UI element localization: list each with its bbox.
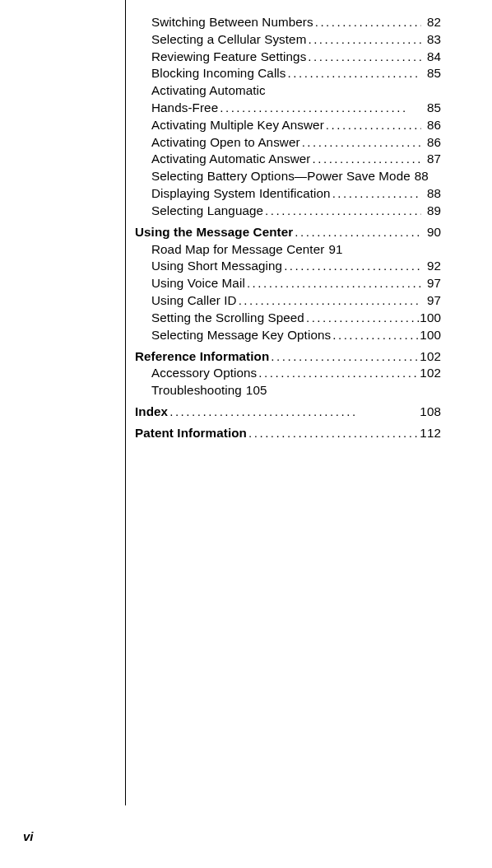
toc-leader: .................................. xyxy=(331,186,421,200)
toc-label: Blocking Incoming Calls xyxy=(151,66,286,80)
toc-page: 112 xyxy=(420,426,441,440)
toc-label: Reference Information xyxy=(135,349,269,363)
toc-page: 84 xyxy=(421,49,441,63)
toc-page: 102 xyxy=(420,366,441,380)
toc-leader: .................................. xyxy=(293,225,421,239)
toc-label: Index xyxy=(135,404,168,418)
toc-page: 105 xyxy=(246,383,267,397)
toc-leader: .................................. xyxy=(310,152,421,166)
toc-label: Selecting a Cellular System xyxy=(151,32,306,46)
toc-page: 97 xyxy=(421,276,441,290)
toc-leader: .................................. xyxy=(245,276,421,290)
toc-label: Hands-Free xyxy=(151,100,218,114)
toc-label: Using Short Messaging xyxy=(151,259,282,273)
toc-label: Selecting Battery Options—Power Save Mod… xyxy=(151,169,411,183)
toc-page: 87 xyxy=(421,152,441,166)
toc-subitem: Displaying System Identification .......… xyxy=(135,186,441,200)
toc-label: Using the Message Center xyxy=(135,225,293,239)
toc-subitem: Using Short Messaging ..................… xyxy=(135,259,441,273)
toc-label: Activating Automatic xyxy=(151,83,266,97)
toc-label: Selecting Language xyxy=(151,203,263,217)
toc-label: Using Caller ID xyxy=(151,293,237,307)
toc-subitem: Road Map for Message Center 91 xyxy=(135,242,441,256)
toc-page: 85 xyxy=(421,100,441,114)
toc-subitem: Accessory Options ......................… xyxy=(135,366,441,380)
toc-leader: .................................. xyxy=(304,310,420,324)
toc-page: 86 xyxy=(421,135,441,149)
toc-leader: .................................. xyxy=(331,328,420,342)
toc-section-heading: Using the Message Center ...............… xyxy=(135,225,441,239)
toc-label: Reviewing Feature Settings xyxy=(151,49,306,63)
toc-leader: .................................. xyxy=(313,15,421,29)
toc-page: 100 xyxy=(420,310,441,324)
toc-subitem: Blocking Incoming Calls ................… xyxy=(135,66,441,80)
toc-subitem: Selecting Message Key Options ..........… xyxy=(135,328,441,342)
toc-label: Activating Multiple Key Answer xyxy=(151,118,324,132)
page-number: vi xyxy=(23,829,34,843)
toc-label: Displaying System Identification xyxy=(151,186,331,200)
toc-label: Accessory Options xyxy=(151,366,257,380)
toc-label: Activating Automatic Answer xyxy=(151,152,310,166)
toc-leader: .................................. xyxy=(257,366,420,380)
toc-leader: .................................. xyxy=(286,66,421,80)
toc-leader: .................................. xyxy=(168,404,420,418)
toc-leader: .................................. xyxy=(306,49,421,63)
toc-subitem: Switching Between Numbers ..............… xyxy=(135,15,441,29)
toc-subitem: Reviewing Feature Settings .............… xyxy=(135,49,441,63)
toc-leader: .................................. xyxy=(306,32,421,46)
toc-label: Patent Information xyxy=(135,426,247,440)
toc-page: 88 xyxy=(415,169,429,183)
toc-leader: .................................. xyxy=(282,259,421,273)
toc-subitem: Selecting Language .....................… xyxy=(135,203,441,217)
vertical-divider xyxy=(125,0,126,805)
toc-label: Setting the Scrolling Speed xyxy=(151,310,304,324)
toc-subitem: Selecting Battery Options—Power Save Mod… xyxy=(135,169,441,183)
toc-leader: .................................. xyxy=(324,118,421,132)
toc-subitem: Activating Automatic Answer ............… xyxy=(135,152,441,166)
toc-section-heading: Patent Information .....................… xyxy=(135,426,441,440)
toc-subitem: Activating Automatic xyxy=(135,83,441,97)
toc-leader: .................................. xyxy=(269,349,420,363)
toc-page: 86 xyxy=(421,118,441,132)
toc-subitem: Setting the Scrolling Speed ............… xyxy=(135,310,441,324)
toc-subitem: Selecting a Cellular System ............… xyxy=(135,32,441,46)
toc-page: 91 xyxy=(328,242,342,256)
toc-page: 90 xyxy=(421,225,441,239)
toc-subitem: Using Voice Mail .......................… xyxy=(135,276,441,290)
toc-subitem: Using Caller ID ........................… xyxy=(135,293,441,307)
toc-leader: .................................. xyxy=(263,203,421,217)
toc-page: 97 xyxy=(421,293,441,307)
toc-subitem: Hands-Free .............................… xyxy=(135,100,441,114)
toc-section-heading: Reference Information ..................… xyxy=(135,349,441,363)
toc-page: 85 xyxy=(421,66,441,80)
toc-section-heading: Index ..................................… xyxy=(135,404,441,418)
toc-subitem: Troubleshooting 105 xyxy=(135,383,441,397)
toc-page: 83 xyxy=(421,32,441,46)
toc-page: 92 xyxy=(421,259,441,273)
toc-page: 89 xyxy=(421,203,441,217)
toc-label: Troubleshooting xyxy=(151,383,242,397)
toc-subitem: Activating Multiple Key Answer .........… xyxy=(135,118,441,132)
toc-leader: .................................. xyxy=(218,100,421,114)
toc-label: Activating Open to Answer xyxy=(151,135,300,149)
toc-leader: .................................. xyxy=(247,426,420,440)
toc-label: Using Voice Mail xyxy=(151,276,245,290)
toc-page: 88 xyxy=(421,186,441,200)
toc-leader: .................................. xyxy=(300,135,421,149)
toc-leader: .................................. xyxy=(237,293,421,307)
toc-content: Switching Between Numbers ..............… xyxy=(135,15,441,443)
toc-subitem: Activating Open to Answer ..............… xyxy=(135,135,441,149)
toc-label: Selecting Message Key Options xyxy=(151,328,331,342)
toc-page: 100 xyxy=(420,328,441,342)
toc-page: 82 xyxy=(421,15,441,29)
toc-page: 108 xyxy=(420,404,441,418)
toc-label: Switching Between Numbers xyxy=(151,15,313,29)
toc-page: 102 xyxy=(420,349,441,363)
toc-label: Road Map for Message Center xyxy=(151,242,324,256)
